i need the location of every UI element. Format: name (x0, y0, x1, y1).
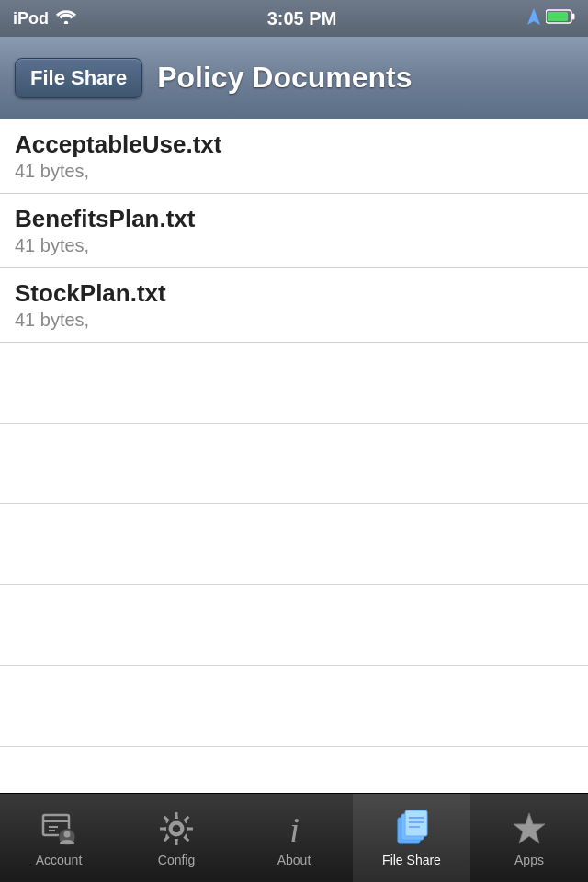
battery-icon (546, 9, 575, 28)
config-icon (156, 808, 197, 849)
svg-line-20 (164, 836, 169, 841)
empty-row (0, 585, 588, 666)
file-item[interactable]: StockPlan.txt41 bytes, (0, 268, 588, 343)
file-item[interactable]: BenefitsPlan.txt41 bytes, (0, 194, 588, 268)
file-name: StockPlan.txt (15, 279, 573, 308)
tab-account[interactable]: Account (0, 794, 118, 882)
file-item[interactable]: AcceptableUse.txt41 bytes, (0, 119, 588, 194)
svg-marker-1 (527, 8, 540, 25)
tab-config-label: Config (158, 853, 195, 867)
empty-row (0, 666, 588, 747)
file-list: AcceptableUse.txt41 bytes,BenefitsPlan.t… (0, 119, 588, 343)
status-right (527, 8, 575, 29)
content-area: AcceptableUse.txt41 bytes,BenefitsPlan.t… (0, 119, 588, 793)
tab-fileshare[interactable]: File Share (353, 794, 470, 882)
fileshare-icon (391, 808, 432, 849)
svg-rect-4 (548, 12, 568, 21)
tab-apps[interactable]: Apps (470, 794, 588, 882)
tab-apps-label: Apps (514, 853, 544, 867)
tab-bar: Account (0, 793, 588, 882)
svg-line-19 (184, 817, 188, 821)
back-button[interactable]: File Share (15, 58, 142, 98)
empty-row (0, 504, 588, 585)
file-meta: 41 bytes, (15, 235, 573, 256)
file-name: BenefitsPlan.txt (15, 205, 573, 233)
tab-about[interactable]: i About (235, 794, 353, 882)
nav-bar: File Share Policy Documents (0, 37, 588, 119)
tab-config[interactable]: Config (118, 794, 235, 882)
svg-point-10 (64, 831, 71, 838)
tab-fileshare-label: File Share (382, 853, 441, 867)
status-left: iPod (13, 9, 76, 28)
file-name: AcceptableUse.txt (15, 130, 573, 159)
svg-marker-29 (514, 813, 545, 843)
apps-icon (509, 808, 549, 849)
svg-line-18 (184, 836, 188, 841)
carrier-label: iPod (13, 9, 49, 28)
nav-title: Policy Documents (157, 61, 573, 95)
about-icon: i (274, 808, 314, 849)
tab-account-label: Account (36, 853, 83, 867)
svg-rect-3 (572, 13, 575, 19)
file-meta: 41 bytes, (15, 161, 573, 182)
svg-text:i: i (289, 811, 300, 846)
status-bar: iPod 3:05 PM (0, 0, 588, 37)
svg-point-0 (64, 20, 68, 23)
svg-line-17 (164, 817, 169, 821)
empty-row (0, 424, 588, 504)
wifi-icon (56, 9, 76, 28)
file-meta: 41 bytes, (15, 310, 573, 331)
time-display: 3:05 PM (267, 8, 337, 29)
location-icon (527, 8, 540, 29)
svg-point-12 (172, 824, 182, 834)
empty-row (0, 343, 588, 424)
account-icon (39, 808, 79, 849)
tab-about-label: About (277, 853, 311, 867)
